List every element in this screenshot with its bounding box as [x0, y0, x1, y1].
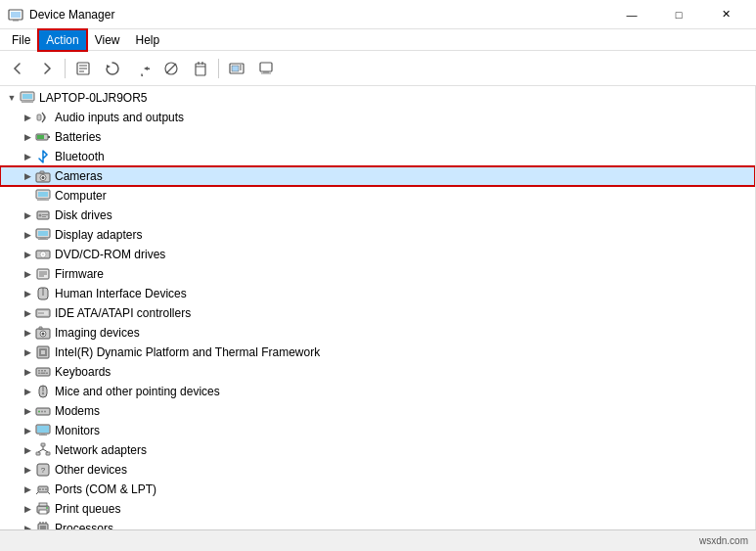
- toolbar: [0, 51, 756, 86]
- expander-ports[interactable]: ▶: [20, 482, 35, 497]
- back-button[interactable]: [4, 55, 31, 82]
- tree-item-processors[interactable]: ▶ Processors: [0, 519, 755, 529]
- svg-rect-84: [37, 426, 49, 433]
- tree-item-ports[interactable]: ▶ Ports (COM & LPT): [0, 480, 755, 499]
- expander-laptop[interactable]: ▼: [4, 90, 20, 106]
- tree-item-mice[interactable]: ▶ Mice and other pointing devices: [0, 382, 755, 401]
- main-content: ▼ LAPTOP-0LJR9OR5 ▶ Audio: [0, 86, 756, 529]
- device-tree[interactable]: ▼ LAPTOP-0LJR9OR5 ▶ Audio: [0, 86, 756, 529]
- svg-rect-102: [39, 503, 47, 506]
- tree-item-diskdrives[interactable]: ▶ Disk drives: [0, 206, 755, 225]
- display-icon: [35, 227, 51, 243]
- tree-item-firmware[interactable]: ▶ Firmware: [0, 264, 755, 284]
- hid-icon: [35, 286, 51, 301]
- svg-rect-72: [44, 370, 46, 372]
- rollback-button[interactable]: [128, 55, 156, 82]
- update-button[interactable]: [99, 55, 126, 82]
- menu-help[interactable]: Help: [128, 29, 168, 51]
- expander-cameras[interactable]: ▶: [20, 168, 35, 184]
- expander-firmware[interactable]: ▶: [20, 266, 35, 282]
- tree-label-dvd: DVD/CD-ROM drives: [55, 248, 165, 261]
- tree-item-cameras[interactable]: ▶ Cameras: [0, 166, 755, 186]
- svg-rect-106: [40, 526, 46, 529]
- properties-button[interactable]: [69, 55, 97, 82]
- expander-printqueues[interactable]: ▶: [20, 501, 35, 517]
- menu-view[interactable]: View: [87, 29, 128, 51]
- tree-label-mice: Mice and other pointing devices: [55, 385, 220, 398]
- expander-modems[interactable]: ▶: [20, 403, 35, 419]
- expander-network[interactable]: ▶: [20, 442, 35, 458]
- audio-icon: [35, 110, 51, 125]
- tree-item-imaging[interactable]: ▶ Imaging devices: [0, 323, 755, 343]
- tree-label-bluetooth: Bluetooth: [55, 150, 105, 163]
- svg-point-40: [39, 214, 42, 217]
- svg-rect-69: [36, 368, 50, 376]
- svg-rect-45: [40, 238, 46, 239]
- camera-icon: [35, 168, 51, 184]
- expander-diskdrives[interactable]: ▶: [20, 207, 35, 223]
- ide-icon: [35, 305, 51, 321]
- tree-item-keyboards[interactable]: ▶ Keyboards: [0, 362, 755, 382]
- tree-item-otherdevices[interactable]: ▶ ? Other devices: [0, 460, 755, 480]
- expander-processors[interactable]: ▶: [20, 521, 35, 529]
- help-button[interactable]: [252, 55, 280, 82]
- expander-otherdevices[interactable]: ▶: [20, 462, 35, 478]
- branding: wsxdn.com: [699, 535, 748, 546]
- svg-rect-38: [37, 200, 49, 201]
- tree-label-modems: Modems: [55, 404, 100, 418]
- tree-item-batteries[interactable]: ▶ Batteries: [0, 127, 755, 147]
- uninstall-button[interactable]: [187, 55, 214, 82]
- tree-label-ide: IDE ATA/ATAPI controllers: [55, 306, 191, 320]
- menu-action[interactable]: Action: [38, 29, 86, 51]
- expander-bluetooth[interactable]: ▶: [20, 149, 35, 164]
- svg-point-82: [44, 411, 46, 413]
- svg-rect-70: [38, 370, 40, 372]
- expander-intel[interactable]: ▶: [20, 344, 35, 360]
- tree-item-hid[interactable]: ▶ Human Interface Devices: [0, 284, 755, 303]
- tree-item-audio[interactable]: ▶ Audio inputs and outputs: [0, 108, 755, 127]
- imaging-icon: [35, 325, 51, 341]
- svg-rect-86: [39, 435, 47, 436]
- computer-icon: [20, 90, 35, 106]
- expander-displayadapters[interactable]: ▶: [20, 227, 35, 243]
- menu-file[interactable]: File: [4, 29, 38, 51]
- tree-item-displayadapters[interactable]: ▶ Display adapters: [0, 225, 755, 245]
- expander-keyboards[interactable]: ▶: [20, 364, 35, 380]
- expander-monitors[interactable]: ▶: [20, 423, 35, 438]
- modem-icon: [35, 403, 51, 419]
- maximize-button[interactable]: □: [656, 0, 701, 29]
- tree-item-intel[interactable]: ▶ Intel(R) Dynamic Platform and Thermal …: [0, 343, 755, 362]
- tree-item-network[interactable]: ▶ Network adapters: [0, 440, 755, 460]
- forward-button[interactable]: [33, 55, 61, 82]
- svg-rect-20: [260, 63, 272, 71]
- svg-rect-41: [42, 214, 48, 215]
- expander-ide[interactable]: ▶: [20, 305, 35, 321]
- minimize-button[interactable]: —: [609, 0, 654, 29]
- svg-line-92: [43, 449, 48, 452]
- app-icon: [8, 7, 23, 23]
- close-button[interactable]: ✕: [703, 0, 748, 29]
- dvd-icon: [35, 247, 51, 262]
- expander-audio[interactable]: ▶: [20, 110, 35, 125]
- tree-item-ide[interactable]: ▶ IDE ATA/ATAPI controllers: [0, 303, 755, 323]
- tree-item-dvd[interactable]: ▶ DVD/CD-ROM drives: [0, 245, 755, 264]
- tree-item-laptop[interactable]: ▼ LAPTOP-0LJR9OR5: [0, 88, 755, 108]
- tree-item-modems[interactable]: ▶ Modems: [0, 401, 755, 421]
- expander-imaging[interactable]: ▶: [20, 325, 35, 341]
- tree-label-monitors: Monitors: [55, 424, 100, 437]
- expander-batteries[interactable]: ▶: [20, 129, 35, 145]
- svg-point-104: [46, 507, 48, 509]
- expander-mice[interactable]: ▶: [20, 384, 35, 399]
- tree-item-monitors[interactable]: ▶ Monitors: [0, 421, 755, 440]
- expander-hid[interactable]: ▶: [20, 286, 35, 301]
- svg-marker-7: [107, 65, 111, 69]
- tree-item-bluetooth[interactable]: ▶ Bluetooth: [0, 147, 755, 166]
- expander-dvd[interactable]: ▶: [20, 247, 35, 262]
- svg-line-91: [38, 449, 43, 452]
- tree-item-printqueues[interactable]: ▶ Print queues: [0, 499, 755, 519]
- tree-item-computer[interactable]: ▶ Computer: [0, 186, 755, 206]
- svg-rect-29: [48, 136, 50, 138]
- scan-button[interactable]: [223, 55, 250, 82]
- disable-button[interactable]: [157, 55, 185, 82]
- tree-label-firmware: Firmware: [55, 267, 104, 281]
